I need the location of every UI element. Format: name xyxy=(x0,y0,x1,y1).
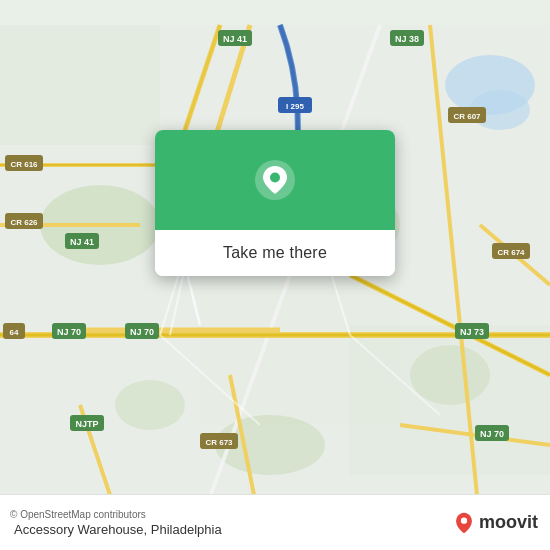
svg-text:NJ 70: NJ 70 xyxy=(480,429,504,439)
svg-point-8 xyxy=(410,345,490,405)
map-container: NJ 41 NJ 38 I 295 CR 616 NJ 41 CR 626 16… xyxy=(0,0,550,550)
svg-text:CR 626: CR 626 xyxy=(10,218,38,227)
svg-text:NJ 70: NJ 70 xyxy=(130,327,154,337)
svg-text:I 295: I 295 xyxy=(286,102,304,111)
svg-text:CR 673: CR 673 xyxy=(205,438,233,447)
svg-text:NJ 38: NJ 38 xyxy=(395,34,419,44)
svg-text:CR 616: CR 616 xyxy=(10,160,38,169)
svg-text:NJ 70: NJ 70 xyxy=(57,327,81,337)
svg-text:NJ 41: NJ 41 xyxy=(70,237,94,247)
svg-text:NJ 73: NJ 73 xyxy=(460,327,484,337)
svg-text:64: 64 xyxy=(10,328,19,337)
popup-header xyxy=(155,130,395,230)
location-popup: Take me there xyxy=(155,130,395,276)
moovit-brand-text: moovit xyxy=(479,512,538,533)
moovit-logo: moovit xyxy=(453,512,538,534)
svg-rect-3 xyxy=(0,25,160,145)
map-attribution: © OpenStreetMap contributors xyxy=(10,509,453,520)
bottom-bar: © OpenStreetMap contributors Accessory W… xyxy=(0,494,550,550)
svg-point-69 xyxy=(461,517,467,523)
svg-text:NJTP: NJTP xyxy=(75,419,98,429)
location-pin-icon xyxy=(253,158,297,202)
svg-point-9 xyxy=(115,380,185,430)
svg-text:NJ 41: NJ 41 xyxy=(223,34,247,44)
svg-text:CR 607: CR 607 xyxy=(453,112,481,121)
take-me-there-button[interactable]: Take me there xyxy=(155,230,395,276)
location-name-label: Accessory Warehouse, Philadelphia xyxy=(10,522,453,537)
moovit-pin-icon xyxy=(453,512,475,534)
svg-text:CR 674: CR 674 xyxy=(497,248,525,257)
svg-point-68 xyxy=(270,173,280,183)
